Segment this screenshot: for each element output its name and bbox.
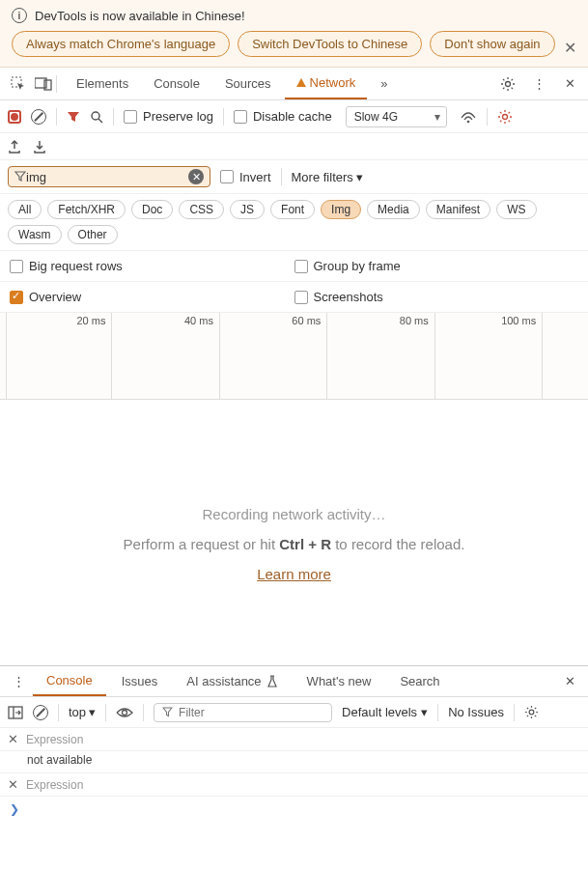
dont-show-button[interactable]: Don't show again (430, 31, 554, 57)
learn-more-link[interactable]: Learn more (19, 566, 569, 582)
filter-input[interactable] (26, 170, 188, 184)
svg-line-5 (98, 119, 102, 123)
view-options-row-2: Overview Screenshots (0, 282, 588, 313)
close-icon[interactable]: ✕ (564, 39, 576, 57)
recording-label: Recording network activity… (19, 506, 569, 522)
group-frame-checkbox[interactable] (294, 260, 308, 273)
funnel-icon (162, 707, 173, 717)
console-gear-icon[interactable] (524, 705, 539, 719)
tab-console[interactable]: Console (142, 68, 211, 99)
svg-point-7 (502, 114, 507, 119)
type-fetch[interactable]: Fetch/XHR (47, 200, 126, 219)
disable-cache-label: Disable cache (253, 109, 332, 124)
drawer-tab-issues[interactable]: Issues (108, 667, 172, 695)
expr-value: not available (0, 751, 588, 773)
switch-chinese-button[interactable]: Switch DevTools to Chinese (238, 31, 422, 57)
svg-point-4 (92, 112, 99, 120)
drawer-tab-search[interactable]: Search (386, 667, 453, 695)
type-font[interactable]: Font (270, 200, 315, 219)
device-icon[interactable] (31, 71, 56, 97)
drawer-close-icon[interactable]: ✕ (557, 669, 582, 694)
filter-input-wrap: ✕ (8, 166, 210, 187)
kebab-icon[interactable]: ⋮ (526, 71, 551, 97)
clear-button[interactable] (31, 109, 46, 125)
more-filters-button[interactable]: More filters ▾ (292, 170, 364, 184)
type-filter-row: All Fetch/XHR Doc CSS JS Font Img Media … (0, 194, 588, 251)
search-icon[interactable] (90, 110, 103, 124)
sidebar-toggle-icon[interactable] (8, 706, 23, 719)
close-devtools-icon[interactable]: ✕ (557, 71, 582, 97)
no-issues-label[interactable]: No Issues (448, 705, 504, 719)
settings-gear-icon[interactable] (497, 109, 513, 125)
context-selector[interactable]: top ▾ (69, 705, 96, 719)
type-doc[interactable]: Doc (131, 200, 173, 219)
record-button[interactable] (8, 110, 21, 124)
info-icon: i (12, 8, 27, 23)
svg-point-10 (123, 710, 127, 715)
invert-checkbox[interactable] (220, 170, 234, 183)
invert-label: Invert (239, 170, 271, 184)
filter-toggle-icon[interactable] (67, 110, 80, 124)
live-expression-2: ✕ Expression (0, 773, 588, 797)
drawer-tab-ai[interactable]: AI assistance (173, 667, 291, 695)
screenshots-checkbox[interactable] (294, 291, 308, 304)
match-language-button[interactable]: Always match Chrome's language (12, 31, 230, 57)
import-har-icon[interactable] (33, 139, 46, 154)
type-js[interactable]: JS (230, 200, 265, 219)
infobar-title: DevTools is now available in Chinese! (35, 9, 245, 23)
network-toolbar: Preserve log Disable cache Slow 4G (0, 100, 588, 133)
group-frame-label: Group by frame (314, 259, 401, 273)
tab-network[interactable]: Network (285, 68, 368, 99)
expr-placeholder[interactable]: Expression (26, 733, 83, 746)
clear-console-icon[interactable] (33, 705, 48, 720)
big-rows-label: Big request rows (29, 259, 123, 273)
drawer-kebab-icon[interactable]: ⋮ (6, 669, 31, 694)
export-har-icon[interactable] (8, 139, 21, 154)
type-other[interactable]: Other (68, 225, 118, 244)
timeline-overview[interactable]: 20 ms 40 ms 60 ms 80 ms 100 ms (0, 313, 588, 400)
console-drawer: ⋮ Console Issues AI assistance What's ne… (0, 665, 588, 870)
remove-expr-icon[interactable]: ✕ (8, 777, 18, 792)
type-css[interactable]: CSS (179, 200, 224, 219)
expr-placeholder[interactable]: Expression (26, 778, 83, 792)
drawer-tab-whatsnew[interactable]: What's new (294, 667, 385, 695)
big-rows-checkbox[interactable] (10, 260, 23, 273)
view-options-row-1: Big request rows Group by frame (0, 251, 588, 282)
import-export-row (0, 133, 588, 160)
console-filter-input[interactable] (179, 706, 323, 719)
svg-point-6 (466, 120, 469, 123)
console-filter-wrap (154, 703, 332, 722)
network-conditions-icon[interactable] (461, 110, 477, 124)
type-media[interactable]: Media (367, 200, 420, 219)
log-levels-select[interactable]: Default levels ▾ (342, 705, 428, 719)
tab-elements[interactable]: Elements (65, 68, 140, 99)
flask-icon (266, 675, 278, 688)
preserve-log-label: Preserve log (143, 109, 213, 124)
filter-row: ✕ Invert More filters ▾ (0, 160, 588, 194)
drawer-tab-console[interactable]: Console (33, 666, 106, 696)
overview-checkbox[interactable] (10, 291, 23, 304)
warning-icon (296, 78, 306, 87)
overview-label: Overview (29, 290, 81, 304)
type-manifest[interactable]: Manifest (426, 200, 490, 219)
empty-state: Recording network activity… Perform a re… (0, 400, 588, 582)
svg-point-3 (506, 81, 511, 86)
inspect-icon[interactable] (6, 71, 31, 97)
remove-expr-icon[interactable]: ✕ (8, 732, 18, 746)
console-prompt[interactable]: ❯ (0, 797, 588, 822)
type-ws[interactable]: WS (496, 200, 536, 219)
tabs-overflow[interactable]: » (369, 68, 399, 99)
eye-icon[interactable] (116, 707, 133, 718)
type-wasm[interactable]: Wasm (8, 225, 62, 244)
clear-filter-icon[interactable]: ✕ (188, 169, 204, 184)
disable-cache-checkbox[interactable] (234, 110, 247, 124)
svg-point-11 (529, 710, 534, 715)
gear-icon[interactable] (495, 71, 520, 97)
throttling-select[interactable]: Slow 4G (346, 106, 447, 127)
preserve-log-checkbox[interactable] (124, 110, 137, 124)
tab-sources[interactable]: Sources (213, 68, 283, 99)
type-img[interactable]: Img (321, 200, 361, 219)
screenshots-label: Screenshots (314, 290, 383, 304)
infobar: i DevTools is now available in Chinese! … (0, 0, 588, 68)
type-all[interactable]: All (8, 200, 42, 219)
